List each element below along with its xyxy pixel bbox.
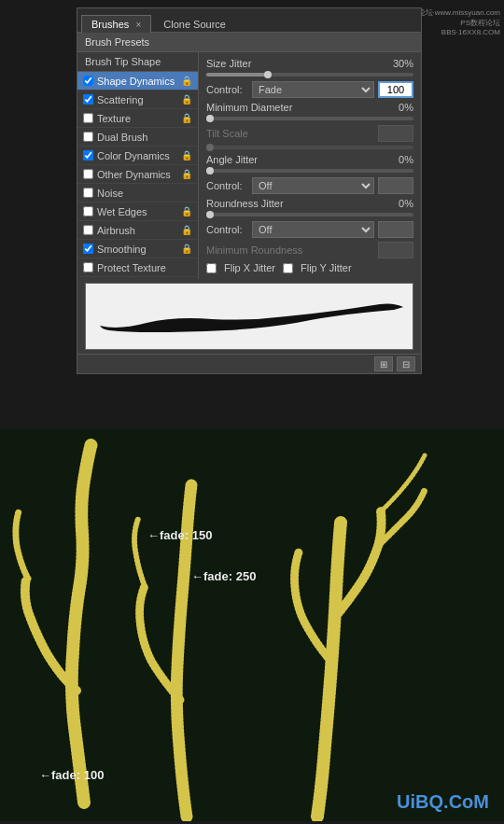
control2-label: Control:	[206, 180, 248, 191]
tab-brushes[interactable]: Brushes ×	[81, 15, 151, 33]
option-texture[interactable]: Texture 🔒	[77, 109, 198, 128]
option-noise[interactable]: Noise	[77, 184, 198, 203]
min-roundness-row: Minimum Roundness	[206, 242, 413, 258]
lock-icon-airbrush: 🔒	[181, 225, 192, 235]
control2-input[interactable]	[378, 177, 413, 194]
size-jitter-label: Size Jitter	[206, 58, 381, 69]
option-wet-edges[interactable]: Wet Edges 🔒	[77, 203, 198, 221]
min-diameter-value: 0%	[381, 102, 413, 113]
roundness-jitter-row: Roundness Jitter 0%	[206, 198, 413, 209]
right-panel: Size Jitter 30% Control: Fade Off Pen Pr…	[199, 52, 421, 279]
min-diameter-label: Minimum Diameter	[206, 102, 381, 113]
control3-input[interactable]	[378, 221, 413, 238]
tab-bar: Brushes × Clone Source	[77, 8, 421, 33]
lock-icon-other-dynamics: 🔒	[181, 169, 192, 179]
content-area: Brush Tip Shape Shape Dynamics 🔒 Scatter…	[77, 52, 421, 279]
option-airbrush[interactable]: Airbrush 🔒	[77, 221, 198, 240]
tilt-scale-slider	[206, 146, 413, 149]
min-diameter-slider[interactable]	[206, 117, 413, 120]
roundness-jitter-value: 0%	[381, 198, 413, 209]
flip-x-checkbox[interactable]	[206, 263, 217, 273]
grid-view-button[interactable]: ⊞	[374, 356, 393, 371]
control-off-row-1: Control: Off Fade Pen Pressure	[206, 177, 413, 194]
flip-y-checkbox[interactable]	[283, 263, 293, 273]
angle-jitter-slider[interactable]	[206, 169, 413, 173]
checkbox-smoothing[interactable]	[83, 244, 93, 254]
angle-jitter-row: Angle Jitter 0%	[206, 154, 413, 165]
checkbox-texture[interactable]	[83, 113, 93, 123]
control3-label: Control:	[206, 224, 248, 235]
close-brushes-tab-icon[interactable]: ×	[135, 20, 141, 30]
svg-text:←fade: 100: ←fade: 100	[39, 768, 104, 782]
size-jitter-slider[interactable]	[206, 73, 413, 77]
checkbox-wet-edges[interactable]	[83, 206, 93, 216]
control-fade-input[interactable]	[378, 81, 413, 98]
branches-illustration: ←fade: 150 ←fade: 250 ←fade: 100	[0, 429, 504, 821]
option-scattering[interactable]: Scattering 🔒	[77, 91, 198, 109]
min-roundness-input	[378, 242, 413, 258]
checkbox-other-dynamics[interactable]	[83, 169, 93, 179]
lock-icon-color-dynamics: 🔒	[181, 150, 192, 161]
brush-tip-shape-label: Brush Tip Shape	[77, 52, 198, 72]
brush-presets-header: Brush Presets	[77, 33, 421, 52]
option-other-dynamics[interactable]: Other Dynamics 🔒	[77, 165, 198, 184]
zoom-view-button[interactable]: ⊟	[397, 356, 415, 371]
lock-icon-scattering: 🔒	[181, 94, 192, 105]
roundness-jitter-slider[interactable]	[206, 213, 413, 216]
roundness-jitter-label: Roundness Jitter	[206, 198, 381, 209]
control-off-row-2: Control: Off Fade	[206, 221, 413, 238]
option-color-dynamics[interactable]: Color Dynamics 🔒	[77, 147, 198, 165]
tilt-scale-row: Tilt Scale	[206, 125, 413, 142]
svg-text:←fade: 250: ←fade: 250	[191, 569, 256, 583]
preview-bottom-bar: ⊞ ⊟	[77, 354, 421, 373]
checkbox-color-dynamics[interactable]	[83, 150, 93, 161]
min-diameter-row: Minimum Diameter 0%	[206, 102, 413, 113]
control-fade-row: Control: Fade Off Pen Pressure Pen Tilt …	[206, 81, 413, 98]
checkbox-shape-dynamics[interactable]	[83, 76, 93, 86]
checkbox-protect-texture[interactable]	[83, 262, 93, 272]
control-select[interactable]: Fade Off Pen Pressure Pen Tilt Stylus Wh…	[252, 81, 374, 98]
checkbox-scattering[interactable]	[83, 94, 93, 105]
lock-icon-wet-edges: 🔒	[181, 206, 192, 216]
size-jitter-value: 30%	[381, 58, 413, 69]
tilt-scale-label: Tilt Scale	[206, 128, 378, 139]
brush-preview	[85, 283, 413, 350]
lock-icon-shape-dynamics: 🔒	[181, 76, 192, 86]
tab-clone-source[interactable]: Clone Source	[153, 15, 236, 33]
size-jitter-row: Size Jitter 30%	[206, 58, 413, 69]
option-protect-texture[interactable]: Protect Texture	[77, 258, 198, 277]
left-panel: Brush Tip Shape Shape Dynamics 🔒 Scatter…	[77, 52, 199, 279]
flip-y-label: Flip Y Jitter	[301, 262, 352, 273]
checkbox-airbrush[interactable]	[83, 225, 93, 235]
option-smoothing[interactable]: Smoothing 🔒	[77, 240, 198, 258]
flip-x-label: Flip X Jitter	[224, 262, 275, 273]
checkbox-dual-brush[interactable]	[83, 132, 93, 142]
control-label: Control:	[206, 84, 248, 95]
flip-checkboxes-row: Flip X Jitter Flip Y Jitter	[206, 262, 413, 273]
brushes-panel: Brushes × Clone Source Brush Presets Bru…	[77, 7, 422, 374]
checkbox-noise[interactable]	[83, 188, 93, 198]
control3-select[interactable]: Off Fade	[252, 221, 374, 238]
lock-icon-texture: 🔒	[181, 113, 192, 123]
angle-jitter-label: Angle Jitter	[206, 154, 381, 165]
min-roundness-label: Minimum Roundness	[206, 244, 378, 256]
angle-jitter-value: 0%	[381, 154, 413, 165]
option-shape-dynamics[interactable]: Shape Dynamics 🔒	[77, 72, 198, 91]
lock-icon-smoothing: 🔒	[181, 244, 192, 254]
tilt-scale-input	[378, 125, 413, 142]
svg-text:←fade: 150: ←fade: 150	[147, 528, 212, 542]
option-dual-brush[interactable]: Dual Brush	[77, 128, 198, 147]
uibq-watermark: UiBQ.CoM	[397, 791, 489, 813]
control2-select[interactable]: Off Fade Pen Pressure	[252, 177, 374, 194]
